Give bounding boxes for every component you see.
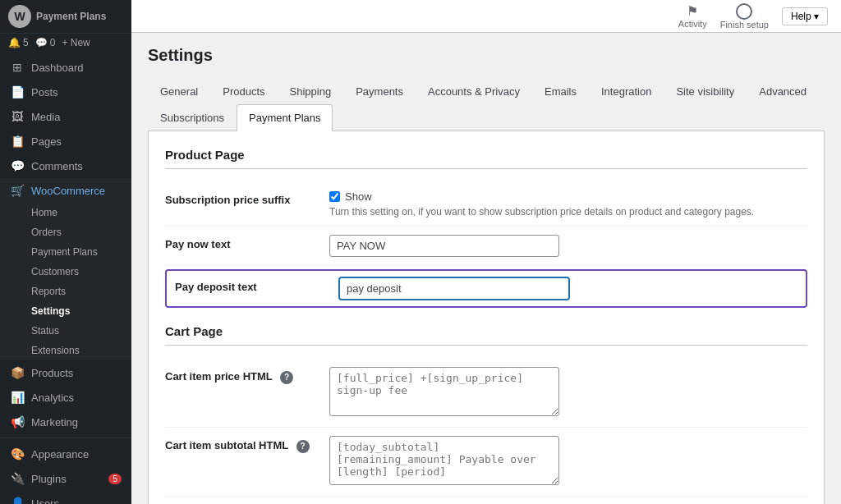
- tab-payments[interactable]: Payments: [343, 78, 416, 104]
- submenu-label: Reports: [31, 286, 66, 297]
- analytics-icon: 📊: [10, 390, 25, 405]
- subscription-price-suffix-checkbox[interactable]: [329, 191, 340, 202]
- submenu-label: Status: [31, 325, 59, 337]
- sidebar-item-dashboard[interactable]: ⊞ Dashboard: [0, 55, 131, 80]
- sidebar-item-label: Plugins: [31, 473, 67, 485]
- users-icon: 👤: [10, 496, 25, 504]
- show-label: Show: [345, 190, 372, 203]
- cart-item-price-html-input[interactable]: [329, 367, 559, 416]
- submenu-item-orders[interactable]: Orders: [0, 222, 131, 242]
- sidebar-item-label: Dashboard: [31, 62, 84, 74]
- sidebar-item-plugins[interactable]: 🔌 Plugins 5: [0, 466, 131, 491]
- submenu-item-payment-plans[interactable]: Payment Plans: [0, 242, 131, 262]
- sidebar-item-marketing[interactable]: 📢 Marketing: [0, 410, 131, 434]
- comments-count[interactable]: 💬 0: [35, 37, 56, 48]
- sidebar-item-label: Analytics: [31, 392, 74, 404]
- pay-deposit-text-input[interactable]: [339, 277, 569, 300]
- sidebar-item-users[interactable]: 👤 Users: [0, 491, 131, 504]
- appearance-icon: 🎨: [10, 447, 25, 461]
- sidebar-item-products[interactable]: 📦 Products: [0, 360, 131, 385]
- submenu-item-reports[interactable]: Reports: [0, 282, 131, 301]
- sidebar-item-posts[interactable]: 📄 Posts: [0, 80, 131, 104]
- tab-shipping[interactable]: Shipping: [278, 78, 344, 104]
- submenu-item-settings[interactable]: Settings: [0, 301, 131, 321]
- submenu-item-status[interactable]: Status: [0, 321, 131, 341]
- cart-item-price-html-row: Cart item price HTML ?: [165, 359, 807, 428]
- wp-logo: W: [8, 5, 31, 28]
- cart-item-subtotal-html-info[interactable]: ?: [296, 440, 310, 453]
- new-button[interactable]: + New: [62, 37, 90, 48]
- sidebar-item-label: Posts: [31, 86, 58, 99]
- pay-deposit-text-field: [339, 277, 797, 300]
- cart-item-price-html-info[interactable]: ?: [280, 371, 293, 384]
- notification-bar: 🔔 5 💬 0 + New: [0, 34, 131, 52]
- subscription-price-suffix-desc: Turn this setting on, if you want to sho…: [329, 206, 807, 218]
- sidebar-item-appearance[interactable]: 🎨 Appearance: [0, 442, 131, 466]
- pay-deposit-text-row: Pay deposit text: [165, 269, 807, 308]
- product-page-section-title: Product Page: [165, 148, 807, 169]
- finish-setup-button[interactable]: Finish setup: [720, 3, 769, 30]
- plugins-icon: 🔌: [10, 471, 25, 486]
- tab-integration[interactable]: Integration: [589, 78, 664, 104]
- pay-now-text-label: Pay now text: [165, 235, 313, 250]
- cart-item-subtotal-html-input[interactable]: [329, 436, 559, 485]
- submenu-item-home[interactable]: Home: [0, 203, 131, 222]
- tab-products[interactable]: Products: [210, 78, 277, 104]
- submenu-item-customers[interactable]: Customers: [0, 262, 131, 282]
- subscription-price-suffix-field: Show Turn this setting on, if you want t…: [329, 190, 807, 218]
- media-icon: 🖼: [10, 109, 25, 124]
- sidebar-item-analytics[interactable]: 📊 Analytics: [0, 385, 131, 410]
- notifications-count[interactable]: 🔔 5: [8, 37, 29, 48]
- sidebar-item-label: Pages: [31, 135, 62, 148]
- subscription-price-suffix-label: Subscription price suffix: [165, 190, 313, 206]
- subscription-price-suffix-checkbox-label[interactable]: Show: [329, 190, 807, 203]
- help-label: Help ▾: [791, 11, 819, 22]
- tab-advanced[interactable]: Advanced: [747, 78, 819, 104]
- activity-icon: ⚑: [687, 3, 698, 19]
- site-name: Payment Plans: [36, 11, 106, 22]
- sidebar-item-label: Products: [31, 367, 73, 379]
- activity-button[interactable]: ⚑ Activity: [678, 3, 707, 29]
- tab-subscriptions[interactable]: Subscriptions: [148, 104, 237, 131]
- help-button[interactable]: Help ▾: [782, 7, 828, 25]
- sidebar-item-label: WooCommerce: [31, 185, 105, 197]
- sidebar-item-woocommerce[interactable]: 🛒 WooCommerce: [0, 178, 131, 203]
- submenu-label: Customers: [31, 266, 79, 277]
- comments-icon: 💬: [10, 158, 25, 173]
- posts-icon: 📄: [10, 85, 25, 99]
- pay-deposit-text-label: Pay deposit text: [175, 277, 323, 293]
- pay-now-text-row: Pay now text: [165, 227, 807, 266]
- plugins-badge: 5: [108, 474, 122, 484]
- cart-page-section-title: Cart Page: [165, 324, 807, 346]
- sidebar-item-label: Marketing: [31, 416, 78, 428]
- cart-item-price-html-label: Cart item price HTML ?: [165, 367, 313, 384]
- activity-label: Activity: [678, 19, 707, 29]
- sidebar-item-comments[interactable]: 💬 Comments: [0, 153, 131, 178]
- submenu-label: Settings: [31, 305, 70, 317]
- woocommerce-submenu: Home Orders Payment Plans Customers Repo…: [0, 203, 131, 360]
- tab-accounts-privacy[interactable]: Accounts & Privacy: [416, 78, 532, 104]
- finish-circle-icon: [736, 3, 752, 20]
- sidebar-menu: ⊞ Dashboard 📄 Posts 🖼 Media 📋 Pages 💬 Co…: [0, 52, 131, 504]
- sidebar: W Payment Plans 🔔 5 💬 0 + New ⊞ Dashboar…: [0, 0, 131, 504]
- page-header: Settings: [148, 46, 825, 65]
- sidebar-item-media[interactable]: 🖼 Media: [0, 104, 131, 129]
- tab-site-visibility[interactable]: Site visibility: [664, 78, 747, 104]
- marketing-icon: 📢: [10, 415, 25, 429]
- sidebar-item-label: Appearance: [31, 448, 89, 460]
- tab-emails[interactable]: Emails: [532, 78, 589, 104]
- submenu-label: Extensions: [31, 345, 80, 356]
- cart-item-subtotal-html-label: Cart item subtotal HTML ?: [165, 436, 313, 453]
- woocommerce-icon: 🛒: [10, 183, 25, 198]
- finish-setup-label: Finish setup: [720, 20, 769, 30]
- sidebar-item-pages[interactable]: 📋 Pages: [0, 129, 131, 153]
- sidebar-header: W Payment Plans: [0, 0, 131, 34]
- content-area: Settings General Products Shipping Payme…: [131, 33, 841, 504]
- subscription-price-suffix-row: Subscription price suffix Show Turn this…: [165, 182, 807, 227]
- submenu-item-extensions[interactable]: Extensions: [0, 341, 131, 360]
- tab-general[interactable]: General: [148, 78, 210, 104]
- pay-now-text-input[interactable]: [329, 235, 559, 257]
- tab-payment-plans[interactable]: Payment Plans: [237, 104, 333, 131]
- cart-item-subtotal-html-row: Cart item subtotal HTML ?: [165, 428, 807, 497]
- dashboard-icon: ⊞: [10, 60, 25, 75]
